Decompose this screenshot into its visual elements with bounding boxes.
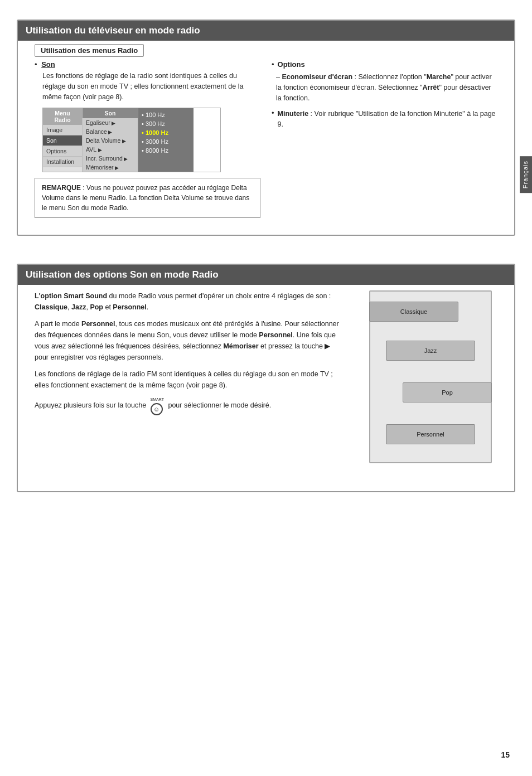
smart-label: SMART: [151, 396, 164, 402]
economiseur-item: – Economiseur d'écran : Sélectionnez l'o…: [276, 72, 497, 103]
options-section: • Options – Economiseur d'écran : Sélect…: [272, 60, 497, 103]
section2-wrapper: Utilisation des options Son en mode Radi…: [17, 264, 515, 492]
sound-diagram: Classique Jazz Pop Personnel: [352, 290, 497, 474]
minuterie-desc: Minuterie : Voir rubrique "Utilisation d…: [278, 109, 497, 130]
smart-diagram: Classique Jazz Pop Personnel: [352, 290, 497, 480]
minuterie-item: • Minuterie : Voir rubrique "Utilisation…: [272, 109, 497, 130]
section1-wrapper: Utilisation du téléviseur en mode radio …: [17, 20, 515, 236]
minuterie-text: : Voir rubrique "Utilisation de la fonct…: [278, 110, 496, 128]
smart-left-col: L'option Smart Sound du mode Radio vous …: [35, 290, 341, 480]
hz-1000: • 1000 Hz: [142, 128, 190, 137]
page-number: 15: [501, 750, 510, 759]
hz-100: • 100 Hz: [142, 110, 190, 119]
economiseur-desc: – Economiseur d'écran : Sélectionnez l'o…: [276, 72, 497, 103]
menu-item-options: Options: [43, 146, 82, 157]
menu-item-installation: Installation: [43, 157, 82, 167]
menu-incr-surround: Incr. Surround: [83, 154, 138, 163]
section1-title: Utilisation du téléviseur en mode radio: [18, 21, 514, 41]
section2-content: L'option Smart Sound du mode Radio vous …: [18, 285, 514, 491]
sound-block-jazz: Jazz: [386, 341, 475, 361]
menu-simulation: Menu Radio Image Son Options Installatio…: [42, 108, 221, 172]
section1-content: Utilisation des menus Radio • Son Les fo…: [18, 41, 514, 235]
bullet-char: •: [35, 60, 37, 69]
son-heading: • Son: [35, 60, 260, 69]
menu-item-son: Son: [43, 135, 82, 146]
sound-block-personnel: Personnel: [386, 424, 475, 444]
note-box: REMARQUE : Vous ne pouvez pouvez pas acc…: [35, 178, 260, 218]
menu-avl: AVL: [83, 145, 138, 154]
menu-col2-header: Son: [83, 108, 138, 118]
options-title: Options: [278, 60, 305, 69]
smart-para2: A part le mode Personnel, tous ces modes…: [35, 318, 341, 363]
menu-item-image: Image: [43, 125, 82, 135]
smart-para1: L'option Smart Sound du mode Radio vous …: [35, 290, 341, 313]
menu-header: Menu Radio: [43, 108, 82, 125]
smart-button-wrapper: SMART ☺: [151, 396, 164, 415]
hz-8000: • 8000 Hz: [142, 146, 190, 155]
section2-title: Utilisation des options Son en mode Radi…: [18, 265, 514, 285]
sound-block-pop: Pop: [403, 382, 492, 402]
subsection-title: Utilisation des menus Radio: [35, 44, 144, 57]
menu-col1: Menu Radio Image Son Options Installatio…: [43, 108, 82, 172]
economiseur-title: Economiseur d'écran: [282, 73, 352, 81]
smart-para4: Appuyez plusieurs fois sur la touche SMA…: [35, 396, 341, 415]
menu-delta-volume: Delta Volume: [83, 136, 138, 145]
menu-memoriser: Mémoriser: [83, 163, 138, 172]
son-description: Les fonctions de réglage de la radio son…: [42, 71, 260, 102]
language-tab: Français: [520, 156, 532, 193]
left-column: • Son Les fonctions de réglage de la rad…: [35, 60, 260, 224]
right-column: • Options – Economiseur d'écran : Sélect…: [272, 60, 497, 224]
options-heading-row: • Options: [272, 60, 497, 69]
son-title: Son: [41, 60, 55, 69]
smart-button-icon: ☺: [151, 403, 163, 415]
minuterie-title: Minuterie: [278, 110, 309, 118]
smart-para3: Les fonctions de réglage de la radio FM …: [35, 368, 341, 391]
smart-para4-pre: Appuyez plusieurs fois sur la touche: [35, 402, 146, 410]
menu-col2: Son Egaliseur Balance Delta Volume AVL I…: [82, 108, 138, 172]
minuterie-bullet: •: [272, 109, 274, 117]
hz-300: • 300 Hz: [142, 119, 190, 128]
two-col-layout: • Son Les fonctions de réglage de la rad…: [35, 60, 497, 224]
menu-balance: Balance: [83, 127, 138, 136]
menu-col3: • 100 Hz • 300 Hz • 1000 Hz • 3000 Hz • …: [138, 108, 194, 172]
sound-block-classique: Classique: [369, 302, 458, 322]
smart-para4-post: pour sélectionner le mode désiré.: [168, 402, 271, 410]
options-bullet: •: [272, 60, 274, 69]
hz-3000: • 3000 Hz: [142, 137, 190, 146]
note-label: REMARQUE: [42, 184, 81, 192]
menu-egaliseur: Egaliseur: [83, 118, 138, 127]
